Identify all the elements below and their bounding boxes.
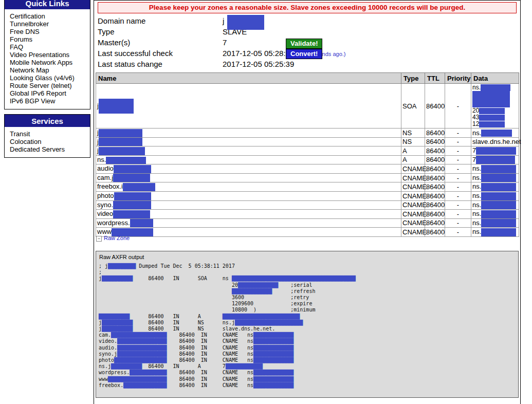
sidebar-link-looking-glass-v4-v6[interactable]: Looking Glass (v4/v6) (10, 74, 88, 82)
record-type-cell: A (401, 155, 425, 164)
sidebar-link-certification[interactable]: Certification (10, 12, 88, 20)
redaction-box (479, 115, 505, 121)
sidebar-link-ipv6-bgp-view[interactable]: IPv6 BGP View (10, 97, 88, 105)
redaction-box: ████████████ (226, 363, 263, 369)
sidebar-link-forums[interactable]: Forums (10, 35, 88, 43)
redaction-box (99, 99, 134, 114)
sidebar-link-dedicated-servers[interactable]: Dedicated Servers (10, 145, 88, 153)
records-table: NameTypeTTLPriorityData jSOA86400-ns.204… (96, 72, 519, 237)
sidebar-link-faq[interactable]: FAQ (10, 43, 88, 51)
last-check-value: 2017-12-05 05:28:10 (223, 48, 294, 59)
redaction-box (479, 108, 505, 114)
record-name-cell: syno. (96, 200, 401, 210)
sidebar-link-video-presentations[interactable]: Video Presentations (10, 51, 88, 59)
collapse-minus-icon[interactable]: − (96, 236, 102, 242)
type-row: TypeSLAVE (98, 26, 345, 37)
redaction-box (481, 130, 512, 137)
record-data-cell: ns.204312 (471, 84, 519, 128)
sidebar-link-tunnelbroker[interactable]: Tunnelbroker (10, 20, 88, 28)
masters-label: Master(s) (98, 37, 223, 48)
record-type-cell: CNAME (401, 191, 425, 200)
services-title: Services (5, 115, 90, 127)
redaction-box (479, 121, 505, 127)
last-status-value: 2017-12-05 05:25:39 (223, 59, 294, 69)
record-ttl-cell: 86400 (425, 173, 445, 182)
table-row: wordpress.CNAME86400-ns. (96, 218, 519, 228)
redaction-box (99, 138, 142, 146)
record-priority-cell: - (445, 84, 471, 128)
redaction-box: ████████████ (130, 370, 167, 375)
sidebar-link-network-map[interactable]: Network Map (10, 66, 88, 74)
raw-zone-label: Raw Zone (104, 235, 130, 241)
redaction-box: ████████████████ (117, 338, 167, 344)
raw-axfr-output: ; j█████████ Dumped Tue Dec 5 05:38:11 2… (99, 263, 518, 389)
redaction-box (99, 129, 142, 137)
redaction-box (113, 174, 150, 182)
redaction-box: █████████████████ (114, 357, 167, 363)
table-row: jNS86400-ns. (96, 128, 519, 138)
sidebar-link-free-dns[interactable]: Free DNS (10, 28, 88, 35)
redaction-box: ████████████████████████████████████████ (232, 276, 356, 281)
record-name-cell: j (96, 84, 401, 128)
record-ttl-cell: 86400 (425, 218, 445, 228)
zone-size-warning: Please keep your zones a reasonable size… (98, 2, 517, 13)
record-data-cell: ns. (471, 210, 519, 219)
redaction-box (472, 91, 510, 107)
table-row: jA86400-7 (96, 146, 519, 156)
record-name-cell: video (96, 210, 401, 219)
record-name-cell: freebox.i (96, 182, 401, 192)
raw-zone-link[interactable]: −Raw Zone (96, 235, 130, 242)
redaction-box: ██████████ (102, 276, 133, 281)
record-name-cell: photo (96, 191, 401, 200)
record-priority-cell: - (445, 164, 471, 174)
redaction-box (481, 165, 516, 173)
sidebar-link-colocation[interactable]: Colocation (10, 138, 88, 145)
redaction-box: █████████████████████████ (223, 314, 300, 319)
validate-button[interactable]: Validate! (286, 39, 322, 49)
redaction-box (481, 192, 516, 200)
redaction-box: ██████████████ (123, 382, 167, 388)
table-row: jNS86400-slave.dns.he.net (96, 137, 519, 146)
redaction-box: █████████████ (253, 376, 293, 382)
record-name-cell: audio (96, 164, 401, 174)
record-priority-cell: - (445, 200, 471, 210)
domain-info: Domain namej TypeSLAVE Master(s)7 Last s… (98, 15, 345, 69)
record-ttl-cell: 86400 (425, 146, 445, 156)
table-row: photoCNAME86400-ns. (96, 191, 519, 200)
redaction-box: ████████████████ (117, 351, 167, 357)
sidebar-link-global-ipv6-report[interactable]: Global IPv6 Report (10, 89, 88, 97)
record-priority-cell: - (445, 191, 471, 200)
sidebar-link-mobile-network-apps[interactable]: Mobile Network Apps (10, 59, 88, 66)
table-row: videoCNAME86400-ns. (96, 210, 519, 219)
redaction-box (476, 156, 515, 164)
record-data-cell: ns. (471, 228, 519, 237)
sidebar-link-transit[interactable]: Transit (10, 130, 88, 138)
record-type-cell: CNAME (401, 173, 425, 182)
redaction-box: █████████████ (253, 382, 293, 388)
redaction-box (114, 165, 151, 173)
record-priority-cell: - (445, 146, 471, 156)
convert-button[interactable]: Convert! (286, 49, 322, 59)
record-ttl-cell: 86400 (425, 155, 445, 164)
record-ttl-cell: 86400 (425, 164, 445, 174)
domain-name-value: j (223, 15, 224, 26)
table-row: freebox.iCNAME86400-ns. (96, 182, 519, 192)
masters-value: 7 (223, 37, 227, 48)
redaction-box (123, 183, 155, 191)
record-data-cell: ns. (471, 164, 519, 174)
redaction-box: ███████████████████ (108, 376, 167, 382)
column-header-ttl: TTL (425, 73, 445, 84)
record-priority-cell: - (445, 128, 471, 138)
redaction-box: ██████████████████ (111, 332, 167, 338)
record-priority-cell: - (445, 137, 471, 146)
redaction-box: █████████ (108, 263, 136, 269)
record-data-cell: 7 (471, 155, 519, 164)
last-check-label: Last successful check (98, 48, 223, 59)
record-type-cell: CNAME (401, 210, 425, 219)
sidebar-link-route-server-telnet[interactable]: Route Server (telnet) (10, 82, 88, 89)
column-header-priority: Priority (445, 73, 471, 84)
record-ttl-cell: 86400 (425, 84, 445, 128)
redaction-box (481, 174, 516, 182)
redaction-box (114, 192, 151, 200)
redaction-box: ██████████████████████ (235, 320, 303, 325)
